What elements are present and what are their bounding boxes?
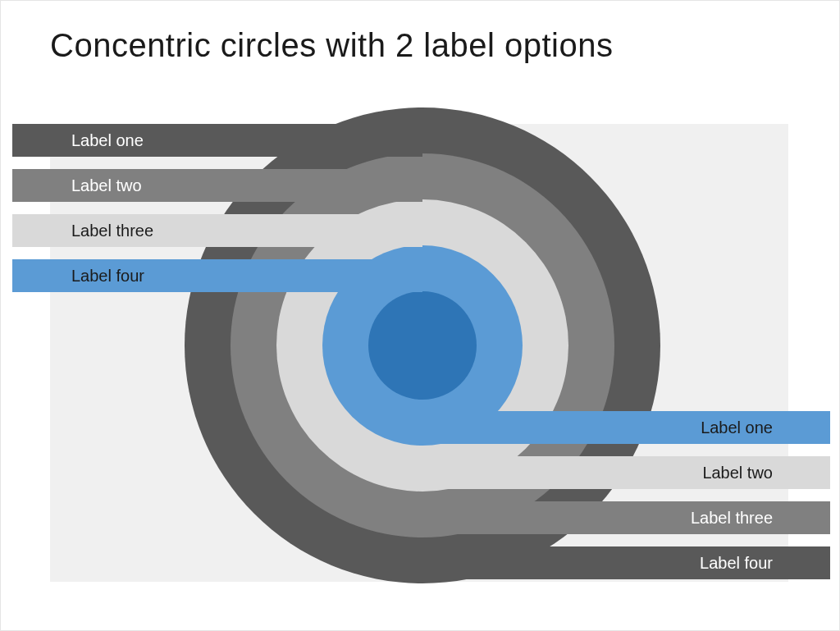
slide-canvas: Concentric circles with 2 label options … xyxy=(0,0,840,631)
right-label-1-text: Label one xyxy=(701,418,773,437)
right-label-4: Label four xyxy=(422,546,830,579)
left-label-1-text: Label one xyxy=(71,131,144,150)
left-label-4: Label four xyxy=(12,259,422,292)
right-label-1: Label one xyxy=(422,411,830,444)
left-label-2-text: Label two xyxy=(71,176,142,195)
right-label-2-text: Label two xyxy=(702,464,773,482)
left-label-1: Label one xyxy=(12,124,422,157)
right-label-2: Label two xyxy=(422,456,830,489)
ring-5 xyxy=(368,291,477,400)
left-label-3-text: Label three xyxy=(71,222,153,240)
left-label-3: Label three xyxy=(12,214,422,247)
left-label-4-text: Label four xyxy=(71,267,144,286)
right-label-4-text: Label four xyxy=(700,554,773,573)
right-label-3-text: Label three xyxy=(691,509,773,528)
left-label-2: Label two xyxy=(12,169,422,202)
right-label-3: Label three xyxy=(422,501,830,534)
slide-title: Concentric circles with 2 label options xyxy=(50,27,613,64)
